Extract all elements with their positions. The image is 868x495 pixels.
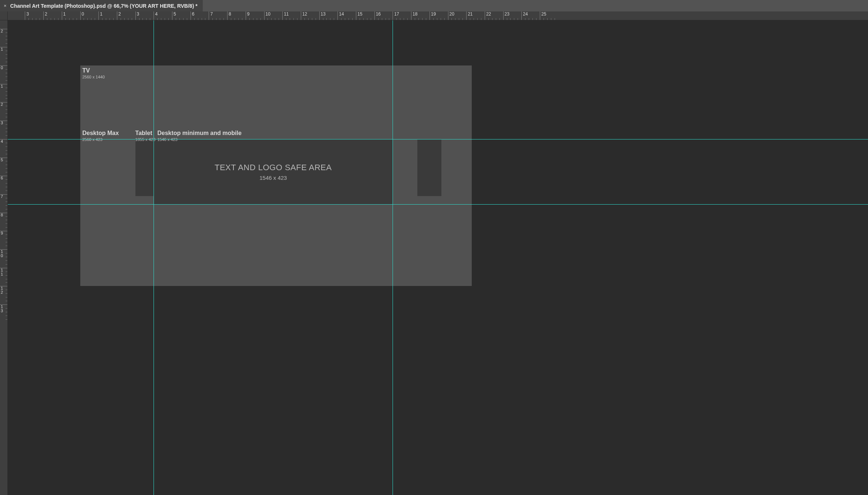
ruler-tick: 25 <box>540 11 546 20</box>
ruler-horizontal[interactable]: 3210123456789101112131415161718192021222… <box>8 11 868 20</box>
ruler-tick: 14 <box>337 11 344 20</box>
document-tab[interactable]: × Channel Art Template (Photoshop).psd @… <box>0 0 203 11</box>
safe-area-dim: 1546 x 423 <box>259 175 287 181</box>
ruler-tick: 20 <box>448 11 454 20</box>
ruler-tick: 11 <box>282 11 289 20</box>
document-title: Channel Art Template (Photoshop).psd @ 6… <box>10 3 198 9</box>
editor-main: 21012345678910111213 TEXT AND LOGO SAFE … <box>0 20 868 495</box>
ruler-tick: 21 <box>466 11 472 20</box>
template-strip <box>417 139 441 196</box>
ruler-tick: 18 <box>411 11 417 20</box>
ruler-corner[interactable] <box>0 11 8 20</box>
ruler-tick: 16 <box>374 11 381 20</box>
label-title: Desktop minimum and mobile <box>157 130 242 137</box>
ruler-tick: 13 <box>319 11 326 20</box>
canvas-viewport[interactable]: TEXT AND LOGO SAFE AREA 1546 x 423 TV 25… <box>8 20 868 495</box>
ruler-tick: 23 <box>503 11 509 20</box>
label-dim: 1546 x 423 <box>157 137 242 142</box>
document-tabs: × Channel Art Template (Photoshop).psd @… <box>0 0 868 11</box>
close-icon[interactable]: × <box>4 3 7 9</box>
template-strip <box>135 139 154 196</box>
ruler-tick: 12 <box>301 11 307 20</box>
template-label-desktop-min: Desktop minimum and mobile 1546 x 423 <box>157 130 242 142</box>
template-safe-area: TEXT AND LOGO SAFE AREA 1546 x 423 <box>154 139 393 204</box>
label-dim: 2560 x 1440 <box>82 75 105 79</box>
ruler-tick: 15 <box>356 11 362 20</box>
template-label-desktop-max: Desktop Max 2560 x 423 <box>82 130 119 142</box>
ruler-tick: 22 <box>485 11 491 20</box>
ruler-row: 3210123456789101112131415161718192021222… <box>0 11 868 20</box>
label-title: Desktop Max <box>82 130 119 137</box>
template-label-tv: TV 2560 x 1440 <box>82 67 105 79</box>
label-title: Tablet <box>135 130 155 137</box>
ruler-tick: 24 <box>521 11 528 20</box>
template-label-tablet: Tablet 1855 x 423 <box>135 130 155 142</box>
ruler-tick: 19 <box>430 11 436 20</box>
ruler-tick: 10 <box>264 11 270 20</box>
ruler-vertical[interactable]: 21012345678910111213 <box>0 20 8 495</box>
label-dim: 1855 x 423 <box>135 137 155 142</box>
label-title: TV <box>82 67 105 74</box>
label-dim: 2560 x 423 <box>82 137 119 142</box>
ruler-tick: 17 <box>393 11 399 20</box>
safe-area-title: TEXT AND LOGO SAFE AREA <box>215 163 332 172</box>
